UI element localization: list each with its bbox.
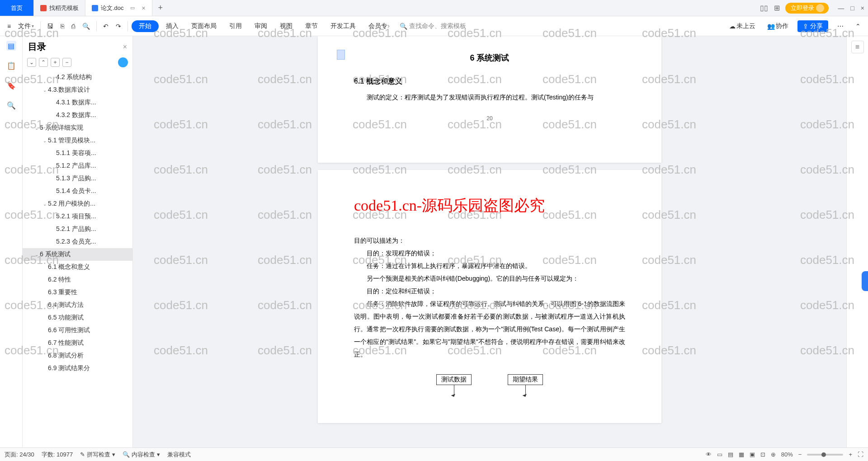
print-icon[interactable]: ⎙	[69, 21, 78, 32]
nav-item[interactable]: 6.2 特性	[23, 273, 132, 286]
tab-home[interactable]: 首页	[0, 0, 34, 16]
export-icon[interactable]: ⎘	[58, 21, 67, 32]
menu-button[interactable]: ≡	[5, 21, 14, 32]
nav-title: 目录	[28, 41, 46, 53]
cloud-status[interactable]: ☁ 未上云	[726, 20, 758, 32]
menu-insert[interactable]: 插入	[160, 20, 184, 32]
format-panel-icon[interactable]: ≡	[851, 41, 864, 53]
nav-item[interactable]: 6.4 测试方法	[23, 299, 132, 311]
share-button[interactable]: ⇪ 分享	[797, 20, 828, 32]
fullscreen-icon[interactable]: ⛶	[858, 451, 863, 458]
eye-icon[interactable]: 👁	[706, 451, 712, 458]
word-count[interactable]: 字数: 10977	[42, 451, 73, 459]
layout-icon[interactable]: ▯▯	[760, 4, 768, 12]
document-area[interactable]: 6 系统测试 6.1 概念和意义 测试的定义：程序测试是为了发现错误而执行程序的…	[133, 36, 846, 447]
nav-item[interactable]: 4.3.2 数据库...	[23, 109, 132, 122]
maximize-button[interactable]: □	[850, 5, 854, 12]
view-outline-icon[interactable]: ▤	[728, 451, 733, 458]
search-icon[interactable]: 🔍	[6, 100, 16, 110]
file-menu[interactable]: 文件▾	[15, 20, 37, 32]
nav-item[interactable]: ⌄6 系统测试	[23, 248, 132, 261]
nav-item[interactable]: 6.3 重要性	[23, 286, 132, 299]
zoom-level[interactable]: 80%	[781, 451, 793, 458]
nav-item[interactable]: ⌄5.1 管理员模块...	[23, 134, 132, 147]
zoom-in-icon[interactable]: +	[849, 451, 852, 458]
heading-6: 6 系统测试	[354, 52, 625, 63]
outline-icon[interactable]: ▤	[6, 41, 16, 51]
clipboard-icon[interactable]: 📋	[6, 61, 16, 71]
add-node-icon[interactable]: +	[51, 58, 60, 67]
minimize-button[interactable]: —	[838, 5, 844, 12]
chat-icon[interactable]	[118, 57, 128, 67]
preview-icon[interactable]: 🔍	[80, 21, 93, 32]
menu-vip[interactable]: 会员专›	[363, 20, 395, 32]
save-icon[interactable]: 🖫	[44, 21, 56, 32]
side-flyout-tab[interactable]	[862, 271, 868, 291]
command-search[interactable]: 🔍查找命令、搜索模板	[400, 22, 466, 30]
nav-item[interactable]: 5.1.3 产品购...	[23, 172, 132, 185]
nav-item[interactable]: 5.2.1 产品购...	[23, 223, 132, 235]
comment-icon[interactable]: ⊡	[760, 451, 765, 458]
menu-layout[interactable]: 页面布局	[186, 20, 222, 32]
titlebar: 首页 找稻壳模板 论文.doc ▭ × + ▯▯ ⊞ 立即登录 — □ ×	[0, 0, 868, 16]
undo-icon[interactable]: ↶	[100, 21, 111, 32]
page-21: code51.cn-源码乐园盗图必究 目的可以描述为： 目的：发现程序的错误； …	[318, 170, 661, 423]
view-page-icon[interactable]: ▭	[717, 451, 722, 458]
nav-item[interactable]: 5.1.2 产品库...	[23, 160, 132, 172]
close-tab-icon[interactable]: ×	[142, 5, 146, 12]
remove-node-icon[interactable]: −	[62, 58, 71, 67]
collapse-all-icon[interactable]: ⌄	[27, 58, 36, 67]
nav-item[interactable]: 6.9 测试结果分	[23, 362, 132, 375]
nav-item[interactable]: 4.3.1 数据库...	[23, 96, 132, 109]
page-indicator[interactable]: 页面: 24/30	[5, 451, 34, 459]
tab-template[interactable]: 找稻壳模板	[34, 0, 85, 16]
zoom-slider[interactable]	[807, 454, 843, 456]
bookmark-icon[interactable]: 🔖	[6, 80, 16, 90]
menu-ref[interactable]: 引用	[224, 20, 247, 32]
compat-mode[interactable]: 兼容模式	[167, 451, 191, 459]
zoom-out-icon[interactable]: −	[798, 451, 802, 458]
toolbar-menu-icon[interactable]: ⋯	[835, 21, 846, 32]
toolbar-collapse-icon[interactable]: ⌃	[853, 21, 863, 32]
apps-icon[interactable]: ⊞	[773, 4, 781, 12]
tab-document[interactable]: 论文.doc ▭ ×	[85, 0, 152, 16]
spellcheck-button[interactable]: ✎ 拼写检查 ▾	[80, 451, 115, 459]
menu-dev[interactable]: 开发工具	[325, 20, 361, 32]
nav-item[interactable]: 4.2 系统结构	[23, 71, 132, 84]
template-icon	[40, 5, 47, 11]
nav-close-icon[interactable]: ×	[123, 43, 127, 51]
view-web-icon[interactable]: ▦	[739, 451, 744, 458]
nav-item[interactable]: 5.1.4 会员卡...	[23, 185, 132, 198]
zoom-fit-icon[interactable]: ⊕	[771, 451, 776, 458]
heading-6-1: 6.1 概念和意义	[354, 77, 625, 86]
tab-template-label: 找稻壳模板	[49, 4, 79, 12]
nav-item[interactable]: 6.5 功能测试	[23, 311, 132, 324]
nav-item[interactable]: 6.7 性能测试	[23, 337, 132, 349]
menu-review[interactable]: 审阅	[249, 20, 273, 32]
nav-item[interactable]: 6.6 可用性测试	[23, 324, 132, 337]
menu-view[interactable]: 视图	[274, 20, 298, 32]
window-mode-icon[interactable]: ▭	[130, 5, 135, 11]
nav-item[interactable]: ⌄5.2 用户模块的...	[23, 198, 132, 210]
nav-item[interactable]: 5.2.1 项目预...	[23, 210, 132, 223]
nav-tree[interactable]: 4.2 系统结构⌄4.3.数据库设计4.3.1 数据库...4.3.2 数据库.…	[23, 71, 132, 447]
collab-button[interactable]: 👥 协作	[764, 20, 791, 32]
view-read-icon[interactable]: ▣	[750, 451, 755, 458]
nav-item[interactable]: 6.8 测试分析	[23, 349, 132, 362]
login-button[interactable]: 立即登录	[785, 3, 829, 14]
close-window-button[interactable]: ×	[861, 5, 864, 12]
add-tab-button[interactable]: +	[152, 0, 169, 16]
flow-diagram: 测试数据 期望结果	[354, 374, 625, 385]
nav-item[interactable]: 5.2.3 会员充...	[23, 235, 132, 248]
menu-chapter[interactable]: 章节	[300, 20, 323, 32]
toolbar: ≡ 文件▾ 🖫 ⎘ ⎙ 🔍 ↶ ↷ 开始 插入 页面布局 引用 审阅 视图 章节…	[0, 16, 868, 36]
nav-item[interactable]: 5.1.1 美容项...	[23, 147, 132, 160]
left-rail: ▤ 📋 🔖 🔍	[0, 36, 23, 447]
nav-item[interactable]: ⌄4.3.数据库设计	[23, 84, 132, 96]
expand-all-icon[interactable]: ⌃	[39, 58, 48, 67]
redo-icon[interactable]: ↷	[113, 21, 124, 32]
nav-item[interactable]: 6.1 概念和意义	[23, 261, 132, 273]
nav-item[interactable]: ⌄5 系统详细实现	[23, 122, 132, 134]
menu-start[interactable]: 开始	[132, 20, 159, 32]
content-check-button[interactable]: 🔍 内容检查 ▾	[123, 451, 160, 459]
